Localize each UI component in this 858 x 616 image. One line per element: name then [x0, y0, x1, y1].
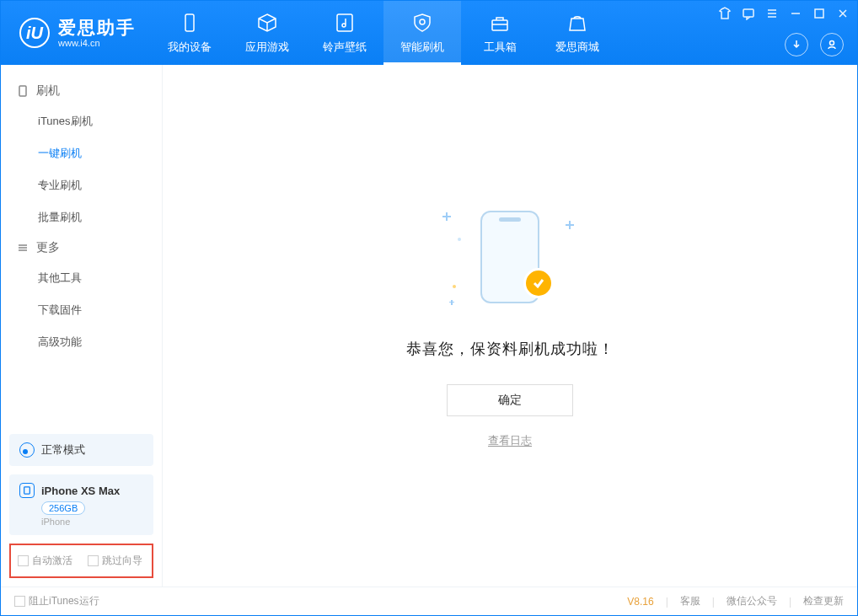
- bag-icon: [566, 11, 589, 35]
- svg-rect-9: [24, 487, 30, 494]
- device-icon: [178, 11, 201, 35]
- main-content: 恭喜您，保资料刷机成功啦！ 确定 查看日志: [163, 65, 857, 587]
- top-tabs: 我的设备应用游戏铃声壁纸智能刷机工具箱爱思商城: [151, 1, 616, 65]
- tab-cube[interactable]: 应用游戏: [228, 1, 306, 65]
- status-link-support[interactable]: 客服: [680, 594, 700, 608]
- sidebar-group-刷机[interactable]: 刷机: [1, 77, 162, 105]
- mode-card[interactable]: 正常模式: [9, 434, 153, 466]
- maximize-icon[interactable]: [812, 6, 827, 21]
- skip-guide-checkbox[interactable]: 跳过向导: [88, 554, 142, 568]
- cube-icon: [255, 11, 279, 35]
- sidebar-nav: 刷机iTunes刷机一键刷机专业刷机批量刷机更多其他工具下载固件高级功能: [1, 65, 162, 426]
- svg-point-3: [420, 19, 425, 24]
- app-title: 爱思助手: [58, 18, 136, 37]
- success-illustration: [442, 204, 577, 313]
- tab-label: 我的设备: [168, 40, 212, 55]
- sidebar-group-更多[interactable]: 更多: [1, 233, 162, 262]
- checkmark-icon: [523, 268, 554, 298]
- tab-label: 爱思商城: [555, 40, 599, 55]
- sidebar-item-其他工具[interactable]: 其他工具: [1, 262, 162, 294]
- confirm-button[interactable]: 确定: [447, 384, 573, 416]
- sidebar: 刷机iTunes刷机一键刷机专业刷机批量刷机更多其他工具下载固件高级功能 正常模…: [1, 65, 163, 587]
- feedback-icon[interactable]: [741, 6, 756, 21]
- tab-label: 应用游戏: [245, 40, 289, 55]
- tab-bag[interactable]: 爱思商城: [539, 1, 616, 65]
- sidebar-item-高级功能[interactable]: 高级功能: [1, 326, 162, 358]
- menu-icon[interactable]: [764, 6, 780, 21]
- tab-music[interactable]: 铃声壁纸: [306, 1, 383, 65]
- mode-icon: [19, 442, 35, 458]
- app-logo[interactable]: iU 爱思助手 www.i4.cn: [1, 18, 151, 48]
- tab-label: 智能刷机: [400, 40, 444, 55]
- logo-icon: iU: [19, 18, 50, 48]
- shield-icon: [410, 11, 434, 35]
- sidebar-item-批量刷机[interactable]: 批量刷机: [1, 201, 162, 233]
- status-link-update[interactable]: 检查更新: [803, 594, 844, 608]
- svg-rect-4: [492, 20, 507, 30]
- sidebar-item-下载固件[interactable]: 下载固件: [1, 294, 162, 326]
- sidebar-item-专业刷机[interactable]: 专业刷机: [1, 169, 162, 201]
- menu-icon: [16, 241, 29, 254]
- svg-point-7: [830, 41, 834, 46]
- view-log-link[interactable]: 查看日志: [488, 433, 532, 448]
- app-window: iU 爱思助手 www.i4.cn 我的设备应用游戏铃声壁纸智能刷机工具箱爱思商…: [0, 0, 858, 616]
- status-link-wechat[interactable]: 微信公众号: [727, 594, 777, 608]
- device-name: iPhone XS Max: [41, 485, 120, 497]
- tab-shield[interactable]: 智能刷机: [383, 1, 461, 65]
- version-label: V8.16: [627, 596, 653, 608]
- app-subtitle: www.i4.cn: [58, 38, 136, 48]
- option-highlight-box: 自动激活 跳过向导: [9, 544, 153, 578]
- download-icon[interactable]: [785, 33, 808, 56]
- music-icon: [333, 11, 357, 35]
- device-type: iPhone: [41, 517, 143, 527]
- phone-icon: [16, 84, 29, 98]
- svg-rect-6: [815, 9, 823, 18]
- toolbox-icon: [488, 11, 512, 35]
- user-icon[interactable]: [820, 33, 844, 56]
- sidebar-item-iTunes刷机[interactable]: iTunes刷机: [1, 105, 162, 137]
- device-icon: [19, 483, 35, 498]
- svg-rect-0: [185, 14, 194, 31]
- svg-point-2: [342, 24, 346, 27]
- window-controls: [717, 6, 850, 21]
- body: 刷机iTunes刷机一键刷机专业刷机批量刷机更多其他工具下载固件高级功能 正常模…: [1, 65, 857, 587]
- svg-rect-5: [743, 9, 753, 17]
- svg-rect-1: [337, 14, 352, 31]
- svg-rect-8: [19, 86, 26, 96]
- minimize-icon[interactable]: [788, 6, 803, 21]
- sidebar-bottom: 正常模式 iPhone XS Max 256GB iPhone 自动激活 跳过向…: [1, 426, 162, 587]
- tab-toolbox[interactable]: 工具箱: [461, 1, 539, 65]
- success-message: 恭喜您，保资料刷机成功啦！: [406, 339, 614, 359]
- tab-device[interactable]: 我的设备: [151, 1, 228, 65]
- skin-icon[interactable]: [717, 6, 732, 21]
- sidebar-item-一键刷机[interactable]: 一键刷机: [1, 137, 162, 169]
- auto-activate-checkbox[interactable]: 自动激活: [18, 554, 72, 568]
- tab-label: 铃声壁纸: [323, 40, 367, 55]
- device-storage: 256GB: [41, 501, 85, 515]
- tab-label: 工具箱: [484, 40, 517, 55]
- titlebar: iU 爱思助手 www.i4.cn 我的设备应用游戏铃声壁纸智能刷机工具箱爱思商…: [1, 1, 857, 65]
- statusbar: 阻止iTunes运行 V8.16 | 客服 | 微信公众号 | 检查更新: [1, 587, 857, 615]
- block-itunes-checkbox[interactable]: 阻止iTunes运行: [14, 594, 99, 608]
- titlebar-actions: [785, 33, 844, 56]
- close-icon[interactable]: [835, 6, 850, 21]
- device-card[interactable]: iPhone XS Max 256GB iPhone: [9, 474, 153, 535]
- mode-label: 正常模式: [41, 442, 85, 458]
